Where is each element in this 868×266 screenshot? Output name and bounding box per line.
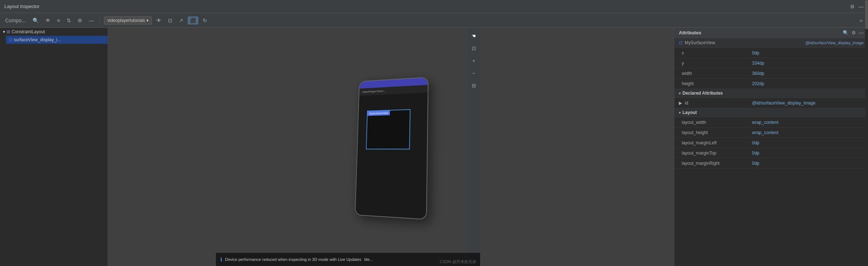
- declared-expand-icon: ▾: [679, 91, 681, 95]
- attr-row-y: y 334dp: [674, 58, 868, 68]
- center-panel: VideoPlayerTutori... MySurfaceView ☚ ⊡ +…: [108, 28, 674, 266]
- declared-attributes-label: Declared Attributes: [682, 91, 723, 96]
- settings-icon[interactable]: ⚙: [850, 4, 855, 10]
- main-layout: ▾ ⊞ ConstraintLayout ⊡ surfaceView_displ…: [0, 28, 868, 266]
- vertical-toolbar: ☚ ⊡ + − ⊟: [467, 28, 480, 266]
- filter-button[interactable]: ⇅: [64, 16, 73, 24]
- frame-tool-button[interactable]: ⊡: [469, 43, 479, 53]
- camera-button[interactable]: ⬛: [188, 16, 198, 24]
- device-name: videoplayertutorials: [107, 18, 145, 23]
- attr-value-y: 334dp: [752, 61, 864, 66]
- attributes-panel: Attributes 🔍 ⚙ — ⊡ MySurfaceView @id/sur…: [674, 28, 868, 266]
- component-name-row: ⊡ MySurfaceView @id/surfaceView_display_…: [674, 38, 868, 48]
- attr-value-x: 0dp: [752, 50, 864, 56]
- attr-row-layout-margin-left: layout_marginLeft 0dp: [674, 138, 868, 148]
- attr-row-width: width 360dp: [674, 68, 868, 79]
- attr-name-layout-margin-left: layout_marginLeft: [679, 140, 752, 145]
- attr-row-layout-width: layout_width wrap_content: [674, 117, 868, 128]
- scrollbar-thumb[interactable]: [865, 28, 868, 29]
- device-dropdown[interactable]: videoplayertutorials ▾: [104, 16, 152, 24]
- attr-name-width: width: [679, 71, 752, 76]
- title-bar-left: Layout Inspector: [4, 4, 40, 9]
- attr-row-layout-height: layout_height wrap_content: [674, 128, 868, 138]
- main-toolbar: Compo... 🔍 👁 ≡ ⇅ ⚙ — videoplayertutorial…: [0, 13, 868, 28]
- attr-value-layout-height: wrap_content: [752, 130, 864, 135]
- surface-view-label: MySurfaceView: [367, 111, 390, 116]
- tree-item-label: ConstraintLayout: [12, 29, 45, 34]
- fit-button[interactable]: ⊟: [469, 80, 479, 91]
- component-filter-label[interactable]: Compo...: [3, 16, 28, 24]
- minimize-icon[interactable]: —: [858, 4, 864, 10]
- device-screen: VideoPlayerTutori... MySurfaceView: [355, 77, 428, 219]
- info-text: Device performance reduced when inspecti…: [225, 257, 361, 262]
- attr-value-id: @id/surfaceView_display_image: [752, 100, 864, 106]
- app-title: Layout Inspector: [4, 4, 40, 9]
- watermark: CSDN @芥末的无奈: [440, 259, 476, 265]
- surface-view-component[interactable]: MySurfaceView: [366, 109, 410, 149]
- attributes-title: Attributes: [679, 30, 701, 35]
- dropdown-arrow: ▾: [146, 18, 149, 23]
- attributes-header-icons: 🔍 ⚙ —: [843, 30, 864, 35]
- attr-row-id: ▶ id @id/surfaceView_display_image: [674, 98, 868, 108]
- component-name-group: ⊡ MySurfaceView: [679, 40, 715, 45]
- declared-attributes-header[interactable]: ▾ Declared Attributes: [674, 89, 868, 98]
- scrollbar-track: [865, 28, 868, 266]
- attr-name-x: x: [679, 50, 752, 56]
- attributes-panel-header: Attributes 🔍 ⚙ —: [674, 28, 868, 38]
- title-bar-right: ⚙ —: [850, 4, 864, 10]
- attr-row-x: x 0dp: [674, 48, 868, 58]
- attr-value-layout-width: wrap_content: [752, 120, 864, 125]
- device-frame: VideoPlayerTutori... MySurfaceView: [355, 77, 429, 220]
- export-button[interactable]: ↗: [177, 16, 186, 24]
- layout-section-header[interactable]: ▾ Layout: [674, 108, 868, 117]
- title-bar: Layout Inspector ⚙ —: [0, 0, 868, 13]
- tree-item-surface-view[interactable]: ⊡ surfaceView_display_i...: [6, 36, 108, 44]
- attr-name-layout-height: layout_height: [679, 130, 752, 135]
- zoom-in-button[interactable]: +: [469, 56, 479, 66]
- attr-value-layout-margin-left: 0dp: [752, 140, 864, 145]
- layout-section-label: Layout: [682, 110, 697, 115]
- hand-tool-button[interactable]: ☚: [469, 31, 479, 41]
- gear-button[interactable]: ⚙: [75, 16, 85, 24]
- attr-name-layout-width: layout_width: [679, 120, 752, 125]
- more-icon[interactable]: ››: [857, 16, 865, 24]
- component-id-value: @id/surfaceView_display_image: [805, 41, 864, 45]
- attr-value-width: 360dp: [752, 71, 864, 76]
- attr-name-layout-margin-right: layout_marginRight: [679, 161, 752, 166]
- minus-button[interactable]: —: [87, 16, 96, 24]
- attr-name-layout-margin-top: layout_marginTop: [679, 151, 752, 156]
- search-button[interactable]: 🔍: [30, 16, 41, 24]
- info-icon: ℹ: [220, 256, 222, 262]
- zoom-out-button[interactable]: −: [469, 68, 479, 78]
- tree-item-surface-label: surfaceView_display_i...: [14, 37, 61, 42]
- attr-value-layout-margin-right: 0dp: [752, 161, 864, 166]
- expand-icon: ▾: [3, 29, 5, 34]
- attr-name-id: ▶ id: [679, 100, 752, 106]
- frame-button[interactable]: ⊡: [166, 16, 175, 24]
- attr-value-height: 202dp: [752, 81, 864, 86]
- attributes-search-icon[interactable]: 🔍: [843, 30, 849, 35]
- left-panel: ▾ ⊞ ConstraintLayout ⊡ surfaceView_displ…: [0, 28, 108, 266]
- component-name-label: MySurfaceView: [685, 40, 715, 45]
- attr-value-layout-margin-top: 0dp: [752, 151, 864, 156]
- attr-row-layout-margin-right: layout_marginRight 0dp: [674, 158, 868, 168]
- attr-name-height: height: [679, 81, 752, 86]
- constraint-layout-icon: ⊞: [7, 29, 10, 34]
- list-button[interactable]: ≡: [55, 16, 62, 24]
- attr-row-height: height 202dp: [674, 79, 868, 89]
- attributes-gear-icon[interactable]: ⚙: [852, 30, 856, 35]
- attr-name-y: y: [679, 61, 752, 66]
- tree-item-constraint-layout[interactable]: ▾ ⊞ ConstraintLayout: [0, 28, 108, 36]
- id-expand-icon[interactable]: ▶: [679, 100, 682, 106]
- info-trailing: ble...: [364, 257, 373, 262]
- component-icon: ⊡: [679, 40, 682, 45]
- layout-expand-icon: ▾: [679, 111, 681, 115]
- surface-view-icon: ⊡: [9, 37, 12, 42]
- attributes-minus-icon[interactable]: —: [859, 30, 864, 35]
- eye-toggle-button[interactable]: 👁: [43, 16, 53, 24]
- eye-button-2[interactable]: 👁: [154, 16, 164, 24]
- toolbar-divider-1: [100, 17, 100, 24]
- attr-row-layout-margin-top: layout_marginTop 0dp: [674, 148, 868, 158]
- refresh-button[interactable]: ↻: [201, 16, 209, 24]
